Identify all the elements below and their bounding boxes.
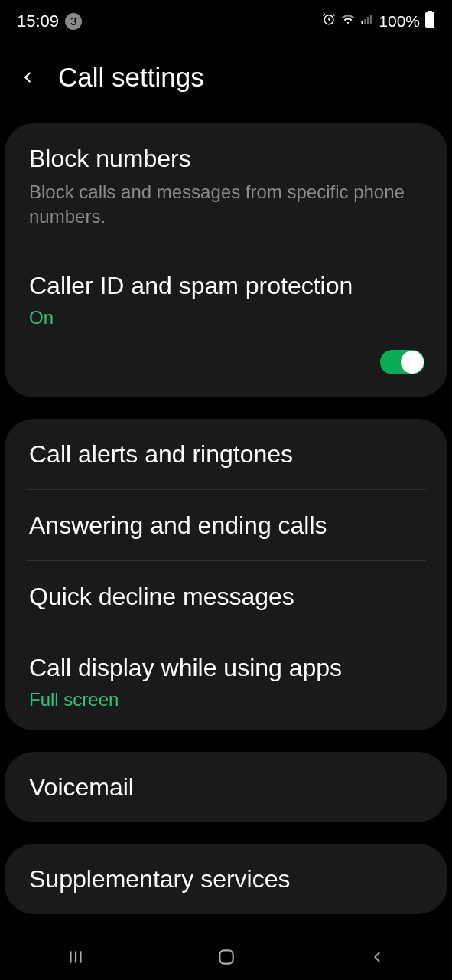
svg-rect-10	[219, 950, 233, 963]
voicemail-row[interactable]: Voicemail	[5, 752, 447, 822]
recents-icon	[66, 947, 86, 967]
svg-rect-6	[425, 12, 434, 28]
wifi-icon	[340, 12, 356, 30]
status-right: 100%	[322, 11, 435, 31]
supplementary-services-row[interactable]: Supplementary services	[5, 844, 447, 914]
vertical-separator	[366, 348, 366, 376]
battery-percent: 100%	[379, 12, 420, 31]
row-title: Call alerts and ringtones	[29, 439, 423, 469]
settings-group-1: Block numbers Block calls and messages f…	[5, 123, 447, 397]
settings-group-2: Call alerts and ringtones Answering and …	[5, 419, 447, 730]
caller-id-toggle-area	[5, 348, 447, 397]
back-button[interactable]	[18, 68, 37, 87]
svg-rect-3	[367, 17, 369, 24]
answering-ending-row[interactable]: Answering and ending calls	[5, 490, 447, 560]
home-icon	[216, 947, 236, 967]
row-status: On	[29, 307, 423, 328]
caller-id-row[interactable]: Caller ID and spam protection On	[5, 250, 447, 348]
row-title: Voicemail	[29, 772, 423, 802]
settings-group-3: Voicemail	[5, 752, 447, 822]
signal-icon	[360, 12, 374, 30]
settings-group-4: Supplementary services	[5, 844, 447, 914]
back-nav-button[interactable]	[346, 942, 408, 972]
chevron-left-icon	[369, 949, 385, 965]
page-title: Call settings	[58, 62, 204, 93]
recents-button[interactable]	[45, 942, 106, 972]
row-title: Call display while using apps	[29, 652, 423, 683]
row-title: Supplementary services	[29, 864, 423, 894]
row-title: Caller ID and spam protection	[29, 270, 423, 301]
app-header: Call settings	[0, 39, 452, 123]
row-subtitle: Block calls and messages from specific p…	[29, 180, 423, 230]
row-title: Block numbers	[29, 143, 423, 174]
toggle-knob	[401, 351, 424, 374]
status-bar: 15:09 3 100%	[0, 0, 452, 39]
caller-id-toggle[interactable]	[380, 350, 424, 374]
notification-badge: 3	[65, 13, 82, 30]
home-button[interactable]	[196, 942, 257, 972]
row-title: Answering and ending calls	[29, 510, 423, 541]
status-time: 15:09	[17, 11, 59, 31]
block-numbers-row[interactable]: Block numbers Block calls and messages f…	[5, 123, 447, 250]
chevron-left-icon	[19, 69, 36, 86]
svg-rect-2	[365, 19, 366, 24]
row-status: Full screen	[29, 689, 423, 710]
row-title: Quick decline messages	[29, 581, 423, 612]
svg-rect-1	[362, 21, 363, 24]
call-alerts-row[interactable]: Call alerts and ringtones	[5, 419, 447, 489]
status-left: 15:09 3	[17, 11, 82, 31]
alarm-icon	[322, 12, 336, 30]
svg-rect-4	[370, 15, 372, 24]
quick-decline-row[interactable]: Quick decline messages	[5, 561, 447, 632]
navigation-bar	[0, 934, 452, 980]
battery-icon	[424, 11, 435, 31]
call-display-row[interactable]: Call display while using apps Full scree…	[5, 632, 447, 730]
